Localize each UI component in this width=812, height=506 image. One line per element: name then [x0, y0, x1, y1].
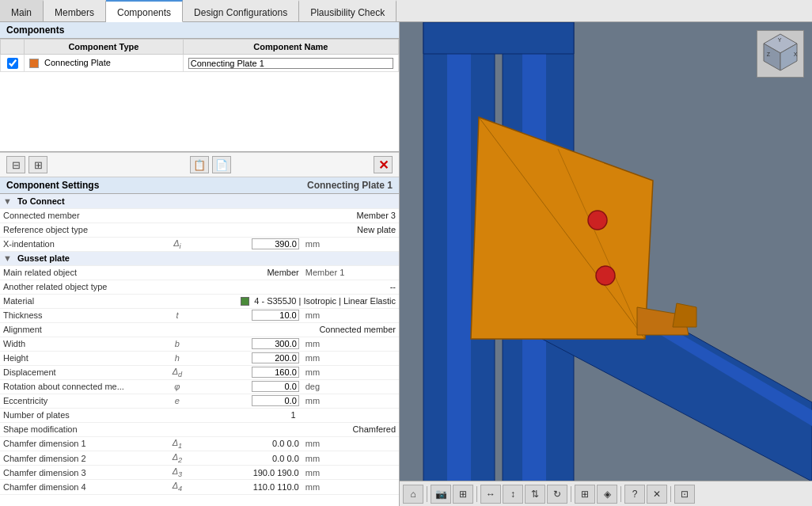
prop-connected-member-value: Member 3	[188, 208, 399, 223]
vp-grid-button[interactable]: ⊞	[575, 485, 595, 504]
vp-render-button[interactable]: ◈	[597, 485, 617, 504]
viewport-3d[interactable]: Z X Y Y X	[400, 22, 812, 481]
vp-camera-button[interactable]: 📷	[431, 485, 451, 504]
vp-move-z-button[interactable]: ⇅	[525, 485, 545, 504]
vp-move-x-button[interactable]: ↔	[480, 485, 501, 504]
thickness-input[interactable]	[252, 310, 299, 321]
tab-main[interactable]: Main	[0, 0, 44, 21]
prop-chamfer2-value: 0.0 0.0	[188, 451, 302, 466]
help-icon: ?	[632, 489, 638, 500]
render-icon: ◈	[604, 489, 611, 500]
prop-alignment-label: Alignment	[0, 322, 167, 337]
tab-components[interactable]: Components	[106, 0, 183, 22]
table-row: Rotation about connected me... φ deg	[0, 379, 399, 394]
group-to-connect[interactable]: ▼ To Connect	[0, 194, 399, 208]
col-type-header: Component Type	[25, 40, 184, 55]
copy-icon: 📄	[215, 159, 228, 171]
prop-chamfer4-unit: mm	[302, 480, 399, 494]
prop-main-related-value: Member	[188, 265, 302, 280]
comp-color-indicator	[29, 59, 39, 68]
table-row: Chamfer dimension 4 Δ4 110.0 110.0 mm	[0, 480, 399, 494]
tab-plausibility-check[interactable]: Plausibility Check	[299, 0, 397, 21]
vp-expand-button[interactable]: ⊡	[674, 485, 695, 504]
table-row: Eccentricity e mm	[0, 394, 399, 408]
prop-chamfer3-value: 190.0 190.0	[188, 466, 302, 480]
prop-rotation-symbol: φ	[167, 379, 188, 394]
prop-alignment-value: Connected member	[188, 322, 399, 337]
prop-chamfer2-label: Chamfer dimension 2	[0, 451, 167, 466]
main-layout: Components Component Type Component Name	[0, 22, 812, 506]
table-row: Main related object Member Member 1	[0, 265, 399, 280]
vp-close-button[interactable]: ✕	[647, 485, 667, 504]
prop-height-symbol: h	[167, 351, 188, 365]
vp-help-button[interactable]: ?	[624, 485, 645, 504]
close-icon: ✕	[653, 489, 661, 500]
top-tab-bar: Main Members Components Design Configura…	[0, 0, 812, 22]
prop-chamfer1-unit: mm	[302, 436, 399, 451]
prop-ref-object-symbol	[167, 223, 188, 237]
comp-name-cell[interactable]	[183, 55, 398, 72]
prop-height-value[interactable]	[188, 351, 302, 365]
comp-name-input[interactable]	[188, 58, 393, 69]
left-panel: Components Component Type Component Name	[0, 22, 400, 506]
add-button[interactable]: 📋	[190, 156, 209, 173]
prop-connected-member-symbol	[167, 208, 188, 223]
vp-rotate-button[interactable]: ↻	[547, 485, 567, 504]
group-gusset-plate[interactable]: ▼ Gusset plate	[0, 251, 399, 265]
prop-chamfer1-value: 0.0 0.0	[188, 436, 302, 451]
rotate-icon: ↻	[553, 489, 561, 500]
nav-cube[interactable]: Y X Z	[757, 30, 804, 78]
table-row: Connected member Member 3	[0, 208, 399, 223]
eccentricity-input[interactable]	[252, 395, 299, 406]
grid-icon: ⊞	[581, 489, 589, 500]
vp-separator-5	[670, 486, 671, 502]
rotation-input[interactable]	[252, 381, 299, 392]
tab-design-configurations[interactable]: Design Configurations	[183, 0, 299, 21]
prop-displacement-value[interactable]	[188, 365, 302, 379]
viewport-toolbar: ⌂ 📷 ⊞ ↔ ↕ ⇅ ↻ ⊞	[400, 481, 812, 506]
collapse-all-button[interactable]: ⊟	[6, 156, 25, 173]
table-row[interactable]: Connecting Plate	[1, 55, 399, 72]
prop-num-plates-label: Number of plates	[0, 408, 167, 422]
vp-separator-2	[476, 486, 477, 502]
expand-icon-to-connect: ▼	[3, 196, 12, 206]
prop-rotation-label: Rotation about connected me...	[0, 379, 167, 394]
vp-move-y-button[interactable]: ↕	[503, 485, 523, 504]
prop-shape-mod-symbol	[167, 422, 188, 436]
prop-alignment-symbol	[167, 322, 188, 337]
prop-x-indent-value[interactable]	[188, 237, 302, 251]
vp-display-button[interactable]: ⊞	[453, 485, 473, 504]
row-checkbox[interactable]	[7, 58, 18, 69]
prop-x-indent-label: X-indentation	[0, 237, 167, 251]
copy-button[interactable]: 📄	[212, 156, 231, 173]
width-input[interactable]	[252, 338, 299, 349]
table-row: Thickness t mm	[0, 308, 399, 322]
prop-eccentricity-label: Eccentricity	[0, 394, 167, 408]
prop-thickness-value[interactable]	[188, 308, 302, 322]
vp-home-button[interactable]: ⌂	[403, 485, 423, 504]
svg-marker-2	[447, 22, 471, 481]
expand-all-button[interactable]: ⊞	[28, 156, 47, 173]
prop-chamfer4-label: Chamfer dimension 4	[0, 480, 167, 494]
tab-members[interactable]: Members	[44, 0, 106, 21]
prop-chamfer4-symbol: Δ4	[167, 480, 188, 494]
prop-width-value[interactable]	[188, 337, 302, 351]
prop-displacement-label: Displacement	[0, 365, 167, 379]
x-indent-input[interactable]	[252, 238, 299, 249]
prop-main-related-label: Main related object	[0, 265, 167, 280]
prop-eccentricity-value[interactable]	[188, 394, 302, 408]
svg-text:Z: Z	[767, 51, 771, 57]
svg-marker-13	[673, 303, 696, 327]
prop-chamfer3-label: Chamfer dimension 3	[0, 466, 167, 480]
displacement-input[interactable]	[252, 367, 299, 378]
svg-text:X: X	[794, 51, 798, 57]
height-input[interactable]	[252, 352, 299, 363]
components-section: Components Component Type Component Name	[0, 22, 399, 152]
prop-thickness-unit: mm	[302, 308, 399, 322]
prop-rotation-value[interactable]	[188, 379, 302, 394]
prop-shape-mod-value: Chamfered	[188, 422, 399, 436]
delete-icon: ✕	[378, 158, 389, 173]
prop-another-related-symbol	[167, 280, 188, 294]
material-color-indicator	[241, 297, 249, 306]
delete-button[interactable]: ✕	[374, 156, 393, 173]
